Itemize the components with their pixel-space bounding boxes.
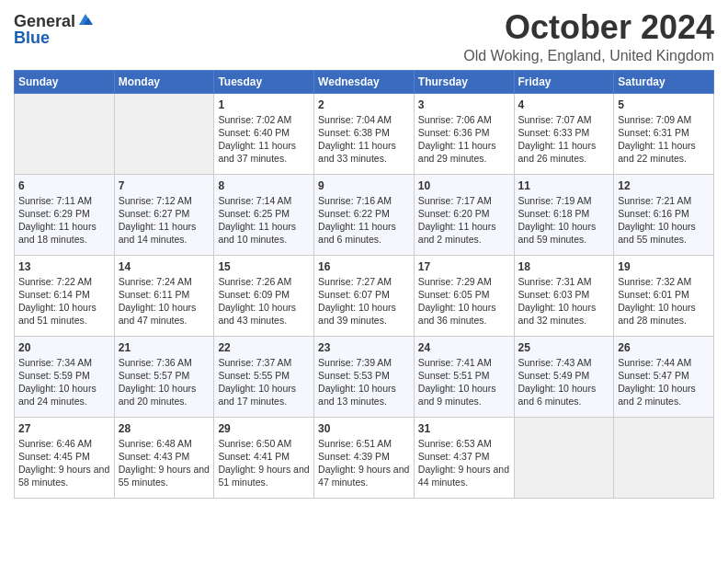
sunset-text: Sunset: 6:38 PM bbox=[318, 127, 390, 138]
day-number: 19 bbox=[618, 259, 710, 274]
daylight-text: Daylight: 11 hours and 6 minutes. bbox=[318, 221, 396, 245]
logo-icon bbox=[77, 12, 94, 29]
sunrise-text: Sunrise: 7:12 AM bbox=[119, 195, 192, 206]
daylight-text: Daylight: 10 hours and 51 minutes. bbox=[18, 302, 97, 326]
title-area: October 2024 Old Woking, England, United… bbox=[463, 9, 714, 64]
calendar-cell: 27Sunrise: 6:46 AMSunset: 4:45 PMDayligh… bbox=[15, 417, 115, 498]
sunset-text: Sunset: 6:20 PM bbox=[418, 208, 490, 219]
daylight-text: Daylight: 11 hours and 26 minutes. bbox=[518, 140, 597, 164]
sunrise-text: Sunrise: 7:31 AM bbox=[518, 276, 592, 287]
sunset-text: Sunset: 6:27 PM bbox=[119, 208, 190, 219]
sunrise-text: Sunrise: 7:26 AM bbox=[218, 276, 291, 287]
calendar-cell: 9Sunrise: 7:16 AMSunset: 6:22 PMDaylight… bbox=[314, 174, 415, 255]
day-number: 28 bbox=[119, 421, 210, 436]
calendar-week-row: 20Sunrise: 7:34 AMSunset: 5:59 PMDayligh… bbox=[15, 336, 714, 417]
calendar-cell: 22Sunrise: 7:37 AMSunset: 5:55 PMDayligh… bbox=[214, 336, 314, 417]
daylight-text: Daylight: 9 hours and 55 minutes. bbox=[119, 464, 210, 488]
calendar-cell: 30Sunrise: 6:51 AMSunset: 4:39 PMDayligh… bbox=[314, 417, 415, 498]
calendar-cell: 11Sunrise: 7:19 AMSunset: 6:18 PMDayligh… bbox=[514, 174, 614, 255]
sunset-text: Sunset: 6:22 PM bbox=[318, 208, 390, 219]
day-number: 31 bbox=[418, 421, 510, 436]
day-header: Monday bbox=[114, 70, 214, 93]
sunset-text: Sunset: 6:25 PM bbox=[218, 208, 290, 219]
daylight-text: Daylight: 10 hours and 36 minutes. bbox=[418, 302, 496, 326]
sunrise-text: Sunrise: 6:46 AM bbox=[18, 438, 92, 449]
calendar-cell: 12Sunrise: 7:21 AMSunset: 6:16 PMDayligh… bbox=[614, 174, 714, 255]
day-number: 10 bbox=[418, 178, 510, 193]
sunset-text: Sunset: 6:16 PM bbox=[618, 208, 689, 219]
calendar-week-row: 13Sunrise: 7:22 AMSunset: 6:14 PMDayligh… bbox=[15, 255, 714, 336]
sunrise-text: Sunrise: 7:17 AM bbox=[418, 195, 492, 206]
calendar-cell: 23Sunrise: 7:39 AMSunset: 5:53 PMDayligh… bbox=[314, 336, 415, 417]
sunset-text: Sunset: 4:41 PM bbox=[218, 451, 290, 462]
sunrise-text: Sunrise: 7:06 AM bbox=[418, 114, 492, 125]
daylight-text: Daylight: 11 hours and 2 minutes. bbox=[418, 221, 496, 245]
day-number: 9 bbox=[318, 178, 410, 193]
calendar-week-row: 1Sunrise: 7:02 AMSunset: 6:40 PMDaylight… bbox=[15, 93, 714, 174]
day-header: Sunday bbox=[15, 70, 115, 93]
day-number: 21 bbox=[119, 340, 210, 355]
sunset-text: Sunset: 6:01 PM bbox=[618, 289, 689, 300]
calendar-cell: 26Sunrise: 7:44 AMSunset: 5:47 PMDayligh… bbox=[614, 336, 714, 417]
daylight-text: Daylight: 10 hours and 43 minutes. bbox=[218, 302, 296, 326]
sunrise-text: Sunrise: 7:41 AM bbox=[418, 357, 492, 368]
daylight-text: Daylight: 10 hours and 17 minutes. bbox=[218, 383, 296, 407]
day-number: 20 bbox=[18, 340, 110, 355]
sunrise-text: Sunrise: 7:11 AM bbox=[18, 195, 92, 206]
sunset-text: Sunset: 6:05 PM bbox=[418, 289, 490, 300]
day-number: 25 bbox=[518, 340, 610, 355]
sunset-text: Sunset: 6:31 PM bbox=[618, 127, 689, 138]
logo-blue: Blue bbox=[14, 29, 50, 46]
sunset-text: Sunset: 5:51 PM bbox=[418, 370, 490, 381]
calendar-cell: 17Sunrise: 7:29 AMSunset: 6:05 PMDayligh… bbox=[414, 255, 514, 336]
daylight-text: Daylight: 10 hours and 32 minutes. bbox=[518, 302, 597, 326]
day-number: 27 bbox=[18, 421, 110, 436]
calendar-cell: 19Sunrise: 7:32 AMSunset: 6:01 PMDayligh… bbox=[614, 255, 714, 336]
calendar-cell bbox=[514, 417, 614, 498]
daylight-text: Daylight: 11 hours and 18 minutes. bbox=[18, 221, 97, 245]
sunset-text: Sunset: 5:49 PM bbox=[518, 370, 590, 381]
day-header: Thursday bbox=[414, 70, 514, 93]
day-number: 30 bbox=[318, 421, 410, 436]
calendar-cell: 20Sunrise: 7:34 AMSunset: 5:59 PMDayligh… bbox=[15, 336, 115, 417]
sunrise-text: Sunrise: 7:27 AM bbox=[318, 276, 392, 287]
daylight-text: Daylight: 11 hours and 14 minutes. bbox=[119, 221, 197, 245]
daylight-text: Daylight: 10 hours and 47 minutes. bbox=[119, 302, 197, 326]
daylight-text: Daylight: 11 hours and 22 minutes. bbox=[618, 140, 696, 164]
day-number: 29 bbox=[218, 421, 310, 436]
calendar-cell: 21Sunrise: 7:36 AMSunset: 5:57 PMDayligh… bbox=[114, 336, 214, 417]
sunset-text: Sunset: 5:47 PM bbox=[618, 370, 689, 381]
calendar-cell bbox=[614, 417, 714, 498]
calendar-cell: 3Sunrise: 7:06 AMSunset: 6:36 PMDaylight… bbox=[414, 93, 514, 174]
sunrise-text: Sunrise: 7:44 AM bbox=[618, 357, 691, 368]
daylight-text: Daylight: 10 hours and 2 minutes. bbox=[618, 383, 696, 407]
day-header: Saturday bbox=[614, 70, 714, 93]
daylight-text: Daylight: 11 hours and 10 minutes. bbox=[218, 221, 296, 245]
calendar-cell: 29Sunrise: 6:50 AMSunset: 4:41 PMDayligh… bbox=[214, 417, 314, 498]
daylight-text: Daylight: 10 hours and 20 minutes. bbox=[119, 383, 197, 407]
sunrise-text: Sunrise: 6:50 AM bbox=[218, 438, 291, 449]
sunrise-text: Sunrise: 7:07 AM bbox=[518, 114, 592, 125]
calendar-cell bbox=[114, 93, 214, 174]
calendar-cell: 2Sunrise: 7:04 AMSunset: 6:38 PMDaylight… bbox=[314, 93, 415, 174]
sunrise-text: Sunrise: 7:02 AM bbox=[218, 114, 291, 125]
calendar-cell: 7Sunrise: 7:12 AMSunset: 6:27 PMDaylight… bbox=[114, 174, 214, 255]
daylight-text: Daylight: 9 hours and 58 minutes. bbox=[18, 464, 109, 488]
header: General Blue October 2024 Old Woking, En… bbox=[14, 9, 714, 64]
sunset-text: Sunset: 6:18 PM bbox=[518, 208, 590, 219]
sunset-text: Sunset: 4:37 PM bbox=[418, 451, 490, 462]
sunset-text: Sunset: 6:07 PM bbox=[318, 289, 390, 300]
day-number: 18 bbox=[518, 259, 610, 274]
sunrise-text: Sunrise: 7:32 AM bbox=[618, 276, 691, 287]
calendar-cell: 5Sunrise: 7:09 AMSunset: 6:31 PMDaylight… bbox=[614, 93, 714, 174]
calendar-cell bbox=[15, 93, 115, 174]
day-header: Friday bbox=[514, 70, 614, 93]
day-number: 15 bbox=[218, 259, 310, 274]
calendar-cell: 1Sunrise: 7:02 AMSunset: 6:40 PMDaylight… bbox=[214, 93, 314, 174]
sunset-text: Sunset: 6:03 PM bbox=[518, 289, 590, 300]
sunrise-text: Sunrise: 7:24 AM bbox=[119, 276, 192, 287]
calendar-cell: 4Sunrise: 7:07 AMSunset: 6:33 PMDaylight… bbox=[514, 93, 614, 174]
calendar-cell: 18Sunrise: 7:31 AMSunset: 6:03 PMDayligh… bbox=[514, 255, 614, 336]
calendar-week-row: 6Sunrise: 7:11 AMSunset: 6:29 PMDaylight… bbox=[15, 174, 714, 255]
day-number: 16 bbox=[318, 259, 410, 274]
